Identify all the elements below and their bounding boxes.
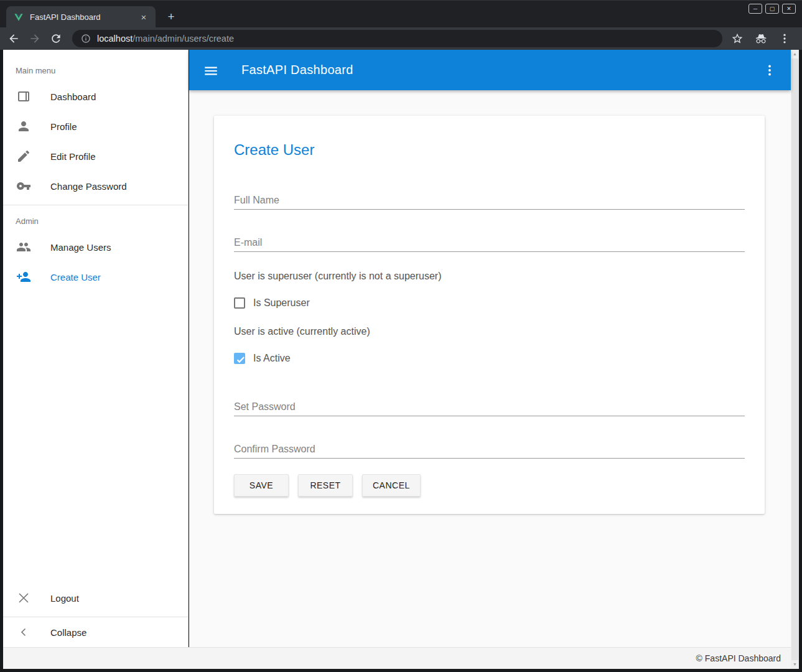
sidebar-bottom: Logout Collapse <box>3 583 188 647</box>
close-button[interactable]: ✕ <box>782 4 796 14</box>
sidebar-item-label: Dashboard <box>50 91 96 102</box>
dashboard-icon <box>16 89 31 104</box>
checkbox-icon[interactable] <box>234 297 245 309</box>
back-icon[interactable] <box>6 31 21 46</box>
chevron-left-icon <box>16 625 31 640</box>
scroll-up-icon[interactable]: ▲ <box>791 50 799 58</box>
copyright-text: © FastAPI Dashboard <box>696 653 781 663</box>
create-user-card: Create User User is superuser (currently… <box>214 116 765 514</box>
close-x-icon <box>16 590 31 605</box>
app-bar-kebab-icon[interactable] <box>762 63 777 78</box>
sidebar-item-manage-users[interactable]: Manage Users <box>3 232 188 262</box>
key-icon <box>16 179 31 194</box>
sidebar-section-admin: Admin <box>3 205 188 232</box>
sidebar-item-profile[interactable]: Profile <box>3 111 188 141</box>
maximize-button[interactable]: ▢ <box>765 4 779 14</box>
browser-menu-kebab-icon[interactable] <box>778 32 791 45</box>
page-title: Create User <box>234 116 745 159</box>
sidebar-item-label: Collapse <box>50 627 86 638</box>
page-footer: © FastAPI Dashboard <box>3 647 791 669</box>
is-superuser-checkbox[interactable]: Is Superuser <box>234 297 745 309</box>
scrollbar-thumb[interactable] <box>791 58 798 660</box>
sidebar-item-create-user[interactable]: Create User <box>3 262 188 292</box>
vertical-scrollbar[interactable]: ▲ ▼ <box>791 50 799 669</box>
superuser-hint: User is superuser (currently is not a su… <box>234 271 745 282</box>
checkbox-label: Is Superuser <box>253 297 310 309</box>
app-bar-title: FastAPI Dashboard <box>241 63 353 77</box>
vue-favicon-icon <box>14 12 24 22</box>
browser-tab[interactable]: FastAPI Dashboard × <box>6 6 156 28</box>
main-content: Create User User is superuser (currently… <box>189 90 791 647</box>
cancel-button[interactable]: CANCEL <box>362 474 421 497</box>
sidebar-item-label: Manage Users <box>50 242 111 253</box>
full-name-input[interactable] <box>234 191 745 210</box>
email-input[interactable] <box>234 233 745 252</box>
url-text: localhost/main/admin/users/create <box>97 34 234 44</box>
scroll-down-icon[interactable]: ▼ <box>791 660 799 669</box>
site-info-icon[interactable] <box>81 34 91 44</box>
new-tab-button[interactable]: + <box>163 9 179 25</box>
set-password-input[interactable] <box>234 398 745 416</box>
is-active-checkbox[interactable]: Is Active <box>234 353 745 364</box>
reset-button[interactable]: RESET <box>298 474 353 497</box>
bookmark-star-icon[interactable] <box>731 32 744 45</box>
tab-close-icon[interactable]: × <box>138 12 149 23</box>
sidebar-item-dashboard[interactable]: Dashboard <box>3 82 188 111</box>
window-controls: ─ ▢ ✕ <box>748 4 796 14</box>
people-icon <box>16 240 31 254</box>
sidebar-item-label: Logout <box>50 593 79 604</box>
sidebar-item-change-password[interactable]: Change Password <box>3 171 188 201</box>
form-actions: SAVE RESET CANCEL <box>234 474 745 497</box>
sidebar-item-collapse[interactable]: Collapse <box>3 617 188 647</box>
sidebar-item-label: Create User <box>50 272 101 282</box>
person-icon <box>16 119 31 134</box>
address-bar[interactable]: localhost/main/admin/users/create <box>72 30 722 47</box>
tab-title: FastAPI Dashboard <box>30 12 138 22</box>
app-bar: FastAPI Dashboard <box>189 50 791 90</box>
sidebar-item-label: Change Password <box>50 181 127 192</box>
checkbox-label: Is Active <box>253 353 291 364</box>
toolbar-actions <box>731 32 791 45</box>
hamburger-menu-icon[interactable] <box>203 63 219 78</box>
confirm-password-input[interactable] <box>234 440 745 459</box>
sidebar-item-label: Edit Profile <box>50 151 96 162</box>
incognito-icon <box>755 32 767 45</box>
active-hint: User is active (currently active) <box>234 326 745 337</box>
sidebar: Main menu Dashboard Profile Edit Profile… <box>3 50 189 647</box>
pencil-icon <box>16 149 31 164</box>
browser-window: FastAPI Dashboard × + ─ ▢ ✕ localhost/ma… <box>0 0 802 672</box>
minimize-button[interactable]: ─ <box>748 4 762 14</box>
person-add-icon <box>16 269 31 284</box>
tab-strip: FastAPI Dashboard × + ─ ▢ ✕ <box>0 0 802 27</box>
save-button[interactable]: SAVE <box>234 474 289 497</box>
reload-icon[interactable] <box>49 31 63 46</box>
sidebar-item-edit-profile[interactable]: Edit Profile <box>3 141 188 171</box>
checkbox-checked-icon[interactable] <box>234 353 245 364</box>
forward-icon[interactable] <box>27 31 42 46</box>
sidebar-item-logout[interactable]: Logout <box>3 583 188 613</box>
sidebar-section-main-menu: Main menu <box>3 50 188 82</box>
sidebar-item-label: Profile <box>50 121 77 132</box>
browser-toolbar: localhost/main/admin/users/create <box>0 27 802 50</box>
